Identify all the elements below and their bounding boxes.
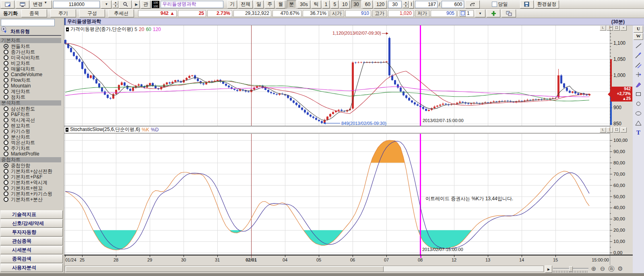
i-button[interactable]: I <box>409 0 414 8</box>
sidebar-menu-기술적지표[interactable]: 기술적지표 <box>0 210 63 219</box>
marker-icon[interactable] <box>634 80 643 88</box>
stat-button-구성[interactable]: 구성 <box>79 9 105 17</box>
dangil-checkbox[interactable] <box>492 2 497 7</box>
legend-collapse-icon[interactable] <box>66 27 69 31</box>
trendline-icon[interactable] <box>634 42 643 50</box>
minute-button-60[interactable]: 60 <box>363 0 373 8</box>
chart-type-option[interactable]: 주기차트 <box>0 145 61 151</box>
circle-icon[interactable] <box>634 100 643 108</box>
text-icon[interactable]: T <box>634 129 643 137</box>
code-dropdown-button[interactable]: ▼ <box>101 0 111 8</box>
chart-type-option[interactable]: 미국식바차트 <box>0 55 61 60</box>
sidebar-menu-시세분석[interactable]: 시세분석 <box>0 246 63 254</box>
bars-total-input[interactable] <box>442 1 464 8</box>
period-button-전체[interactable]: 전체 <box>238 0 253 8</box>
minute-button-10[interactable]: 10 <box>340 0 350 8</box>
chart-type-option[interactable]: Flow차트 <box>0 77 61 83</box>
chart-type-option[interactable]: 역시계곡선 <box>0 117 61 123</box>
pencil-icon[interactable] <box>634 51 643 59</box>
sidebar-menu-관심종목[interactable]: 관심종목 <box>0 237 63 245</box>
window-arrange-button[interactable] <box>502 9 516 17</box>
code-spinner[interactable]: ▲▼ <box>113 1 118 8</box>
settings-button[interactable]: 환경설정 <box>535 0 559 8</box>
chart-type-header[interactable]: ▼차트유형 <box>0 28 61 36</box>
zoom-out-icon[interactable]: ⊖ <box>599 265 606 272</box>
w-button[interactable]: W <box>634 33 643 40</box>
layer-dropdown-button[interactable]: ▼ <box>475 9 485 17</box>
pane-restore-button[interactable]: L <box>600 25 606 31</box>
radio-icon <box>4 55 8 60</box>
minute-button-120[interactable]: 120 <box>374 0 387 8</box>
minute-button-1[interactable]: 1 <box>322 0 330 8</box>
sidebar-menu-종목검색[interactable]: 종목검색 <box>0 255 63 263</box>
price-axis-label: 1,100 <box>613 40 625 46</box>
chart-type-option[interactable]: Mountain <box>0 83 61 89</box>
bars-shown-input[interactable] <box>415 1 438 8</box>
new-window-button[interactable] <box>1 0 14 8</box>
stat-button-종목[interactable]: 종목 <box>21 9 47 17</box>
settings-wrench-icon[interactable]: ⚙ <box>617 265 624 272</box>
high-annotation: 1,120(2013/02/07-09:30) <box>332 31 381 35</box>
stock-code-input[interactable] <box>53 1 100 8</box>
chart-type-option[interactable]: 기본차트+분산 <box>0 197 61 202</box>
layer-selector[interactable]: 1 <box>458 10 474 17</box>
spinner-down-icon[interactable]: ▼ <box>113 4 118 8</box>
period-button-기[interactable]: 기 <box>227 0 237 8</box>
scroll-right-button[interactable]: ▶ <box>545 266 552 273</box>
cross-arrow-icon[interactable] <box>634 71 643 79</box>
zoom-in-icon[interactable]: ⊕ <box>590 265 597 272</box>
change-dropdown[interactable]: 변경 ▼ <box>31 0 52 8</box>
chart-type-option[interactable]: 점차트 <box>0 94 61 100</box>
chart-type-option[interactable]: 렌꼬차트 <box>0 123 61 129</box>
auto-zoom-icon[interactable]: ⓐ <box>608 265 615 272</box>
scrollbar-track[interactable] <box>65 266 544 272</box>
pane-restore-button[interactable]: L <box>600 127 606 133</box>
stochastic-chart[interactable]: 이트레이드 증권사는 %K가 13,44입니다.2013/02/07-15:00… <box>64 134 610 255</box>
chart-type-option[interactable]: 카기스윙 <box>0 129 61 134</box>
ellipse-icon[interactable] <box>634 109 643 117</box>
interval-input[interactable] <box>388 1 402 8</box>
spinner-down-icon[interactable]: ▼ <box>403 4 409 8</box>
legend-collapse-icon[interactable] <box>66 128 68 132</box>
scrollbar-thumb[interactable] <box>66 266 384 272</box>
stat-button-주기[interactable]: 주기 <box>50 9 76 17</box>
zoom-slider[interactable] <box>553 266 588 270</box>
period-button-주[interactable]: 주 <box>265 0 275 8</box>
dock-window-button[interactable] <box>16 0 29 8</box>
u-button[interactable]: U <box>634 26 643 33</box>
period-button-월[interactable]: 월 <box>276 0 285 8</box>
sidebar-search-input[interactable] <box>1 19 55 26</box>
price-chart[interactable]: 1,120(2013/02/07-09:30)849(2013/02/05-09… <box>64 25 610 126</box>
sidebar-menu-사용자분석[interactable]: 사용자분석 <box>0 264 63 272</box>
rect-icon[interactable] <box>634 90 643 98</box>
sidebar-menu-신호/강세/약세[interactable]: 신호/강세/약세 <box>0 219 63 228</box>
stat-button-추세선[interactable]: 추세선 <box>108 9 134 17</box>
navigate-button[interactable] <box>465 0 480 8</box>
chart-type-option[interactable]: 계단차트 <box>0 89 61 94</box>
spinner-up-icon[interactable]: ▲ <box>403 1 409 4</box>
interval-spinner[interactable]: ▲▼ <box>403 1 408 8</box>
sidebar-menu-투자자동향[interactable]: 투자자동향 <box>0 228 63 237</box>
period-button-분[interactable]: 분 <box>287 0 296 8</box>
minute-button-5[interactable]: 5 <box>331 0 339 8</box>
stoch-note-annotation: 이트레이드 증권사는 %K가 13,44입니다. <box>425 196 513 201</box>
channel-icon[interactable] <box>634 61 643 69</box>
gwan-button[interactable]: 관 <box>141 0 151 8</box>
chart-type-option[interactable]: MarketProfile <box>0 151 61 157</box>
play-button[interactable]: ▶ <box>133 0 140 8</box>
chart-type-option[interactable]: 꺽은선차트 <box>0 140 61 145</box>
spinner-up-icon[interactable]: ▲ <box>113 1 118 4</box>
chart-type-option[interactable]: 삼선전환도 <box>0 106 61 112</box>
search-button[interactable] <box>119 0 132 8</box>
radio-icon <box>4 163 8 168</box>
triangle-icon[interactable] <box>634 119 643 127</box>
period-button-틱[interactable]: 틱 <box>312 0 321 8</box>
chart-type-option[interactable]: 매물대차트 <box>0 66 61 72</box>
period-button-30s[interactable]: 30s <box>297 0 310 8</box>
candle-body <box>166 83 168 85</box>
period-button-일[interactable]: 일 <box>254 0 264 8</box>
minute-button-30[interactable]: 30 <box>351 0 361 8</box>
stock-name-input[interactable] <box>161 1 223 8</box>
add-chart-button[interactable] <box>487 9 500 17</box>
save-button[interactable] <box>520 0 534 8</box>
